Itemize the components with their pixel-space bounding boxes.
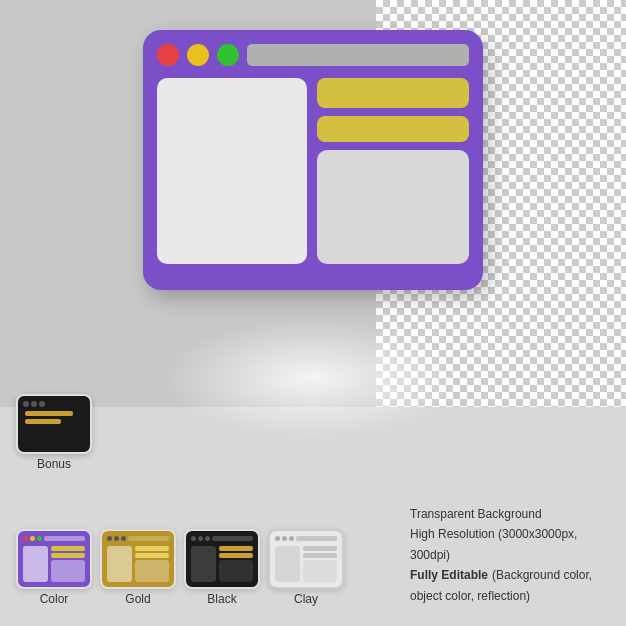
info-row-2: High Resolution (3000x3000px, 300dpi) (410, 524, 610, 565)
vt-dot-black-1 (191, 536, 196, 541)
address-bar (247, 44, 469, 66)
vt-content-gold (107, 546, 169, 582)
vt-content-clay (275, 546, 337, 582)
vt-bar-2-black (219, 553, 253, 558)
variant-label-clay: Clay (294, 592, 318, 606)
info-text-1: Transparent Background (410, 504, 542, 524)
yellow-bar-1 (317, 78, 469, 108)
vt-right-black (219, 546, 253, 582)
vt-bar-1-black (219, 546, 253, 551)
info-text-4: object color, reflection) (410, 586, 530, 606)
content-right (317, 78, 469, 264)
vt-bar-1-clay (303, 546, 337, 551)
info-row-3: Fully Editable (Background color, (410, 565, 610, 585)
vt-content-color (23, 546, 85, 582)
vt-right-clay (303, 546, 337, 582)
vt-dot-r (23, 536, 28, 541)
variants-container: Color Gold (16, 529, 344, 606)
dot-yellow (187, 44, 209, 66)
dot-green (217, 44, 239, 66)
vt-addr-color (44, 536, 85, 541)
vt-graybox-color (51, 560, 85, 582)
vt-addr-gold (128, 536, 169, 541)
browser-topbar (157, 44, 469, 66)
bonus-label: Bonus (16, 457, 92, 471)
vt-dot-gold-3 (121, 536, 126, 541)
vt-graybox-gold (135, 560, 169, 582)
vt-graybox-clay (303, 560, 337, 582)
vt-left-black (191, 546, 216, 582)
bonus-line-2 (25, 419, 61, 424)
info-text-2: High Resolution (3000x3000px, 300dpi) (410, 524, 610, 565)
variant-label-black: Black (207, 592, 236, 606)
info-panel: Transparent Background High Resolution (… (410, 504, 610, 606)
variant-black[interactable]: Black (184, 529, 260, 606)
browser-3d-icon (143, 30, 483, 290)
variant-color[interactable]: Color (16, 529, 92, 606)
vt-dot-gold-2 (114, 536, 119, 541)
variant-thumb-gold (100, 529, 176, 589)
info-row-4: object color, reflection) (410, 586, 610, 606)
vt-bar-2-gold (135, 553, 169, 558)
browser-frame (143, 30, 483, 290)
vt-graybox-black (219, 560, 253, 582)
variant-gold[interactable]: Gold (100, 529, 176, 606)
variant-label-color: Color (40, 592, 69, 606)
gray-box (317, 150, 469, 264)
vt-content-black (191, 546, 253, 582)
vt-dot-clay-2 (282, 536, 287, 541)
vt-dot-black-2 (198, 536, 203, 541)
vt-bar-1-color (51, 546, 85, 551)
vt-left-clay (275, 546, 300, 582)
vt-topbar-black (191, 536, 253, 541)
info-text-3-rest: (Background color, (492, 565, 592, 585)
browser-content (157, 78, 469, 264)
vt-right-gold (135, 546, 169, 582)
bonus-lines (23, 411, 85, 424)
bg-glow (163, 318, 463, 438)
vt-bar-2-clay (303, 553, 337, 558)
bonus-container: Bonus (16, 394, 92, 471)
variant-label-gold: Gold (125, 592, 150, 606)
content-left (157, 78, 307, 264)
vt-dot-y (30, 536, 35, 541)
vt-dot-gold-1 (107, 536, 112, 541)
vt-dot-clay-3 (289, 536, 294, 541)
info-text-3-bold: Fully Editable (410, 565, 488, 585)
bonus-thumb (16, 394, 92, 454)
vt-topbar-color (23, 536, 85, 541)
variant-thumb-color (16, 529, 92, 589)
vt-bar-2-color (51, 553, 85, 558)
vt-topbar-clay (275, 536, 337, 541)
vt-left-gold (107, 546, 132, 582)
vt-dot-clay-1 (275, 536, 280, 541)
variant-clay[interactable]: Clay (268, 529, 344, 606)
variant-thumb-clay (268, 529, 344, 589)
yellow-bar-2 (317, 116, 469, 142)
vt-addr-black (212, 536, 253, 541)
vt-topbar-gold (107, 536, 169, 541)
bonus-dot-2 (31, 401, 37, 407)
variant-thumb-black (184, 529, 260, 589)
bonus-topbar-mini (23, 401, 85, 407)
bonus-dot-1 (23, 401, 29, 407)
vt-addr-clay (296, 536, 337, 541)
bonus-line-1 (25, 411, 73, 416)
bonus-dot-3 (39, 401, 45, 407)
vt-bar-1-gold (135, 546, 169, 551)
vt-dot-black-3 (205, 536, 210, 541)
vt-right-color (51, 546, 85, 582)
dot-red (157, 44, 179, 66)
vt-left-color (23, 546, 48, 582)
info-row-1: Transparent Background (410, 504, 610, 524)
vt-dot-g (37, 536, 42, 541)
